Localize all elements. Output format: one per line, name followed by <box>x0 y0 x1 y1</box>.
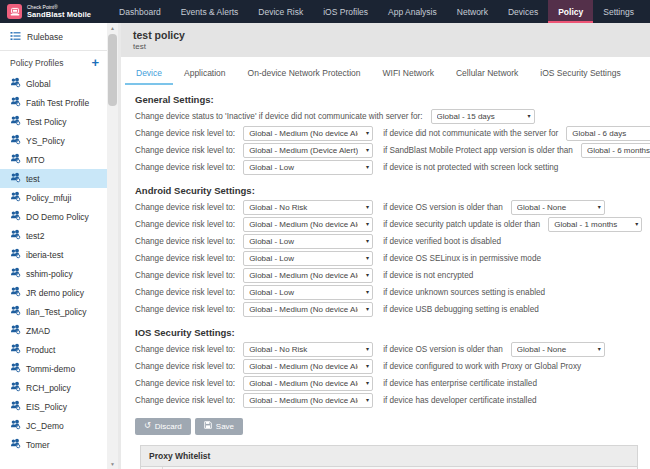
sidebar-profile-label: Global <box>26 79 51 89</box>
sidebar-profile-tommi-demo[interactable]: Tommi-demo <box>0 359 107 378</box>
risk-level-select[interactable]: Global - No Risk ▾ <box>243 342 373 357</box>
condition-duration-select[interactable]: Global - 6 days ▾ <box>566 126 650 141</box>
save-button[interactable]: Save <box>195 418 243 435</box>
risk-level-select[interactable]: Global - Low ▾ <box>243 251 373 266</box>
policy-profiles-header: Policy Profiles + <box>0 51 107 74</box>
sidebar-profile-label: RCH_policy <box>26 383 71 393</box>
nav-item-ios-profiles[interactable]: iOS Profiles <box>313 0 378 23</box>
policy-setting-row: Change device risk level to: Global - No… <box>135 341 642 358</box>
setting-label: Change device risk level to: <box>135 220 235 229</box>
sidebar-profile-test2[interactable]: test2 <box>0 226 107 245</box>
proxy-whitelist-title: Proxy Whitelist <box>141 446 637 467</box>
nav-item-app-analysis[interactable]: App Analysis <box>378 0 447 23</box>
sidebar-profile-test[interactable]: test <box>0 169 107 188</box>
risk-level-select[interactable]: Global - Medium (No device Alert) ▾ <box>243 302 373 317</box>
risk-level-select[interactable]: Global - Low ▾ <box>243 160 373 175</box>
risk-level-select[interactable]: Global - Medium (No device Alert) ▾ <box>243 376 373 391</box>
sidebar-profile-ilan-test-policy[interactable]: Ilan_Test_policy <box>0 302 107 321</box>
condition-duration-select[interactable]: Global - 1 months ▾ <box>548 217 642 232</box>
risk-level-select[interactable]: Global - Medium (No device Alert) ▾ <box>243 268 373 283</box>
policy-setting-row: Change device risk level to: Global - Me… <box>135 375 642 392</box>
sidebar-profile-zmad[interactable]: ZMAD <box>0 321 107 340</box>
risk-level-select[interactable]: Global - Medium (Device Alert) ▾ <box>243 143 373 158</box>
sidebar-item-rulebase[interactable]: Rulebase <box>0 23 107 51</box>
policy-setting-row: Change device risk level to: Global - Lo… <box>135 159 642 176</box>
sidebar-profile-sshim-policy[interactable]: sshim-policy <box>0 264 107 283</box>
page-title: test policy <box>133 29 638 41</box>
tab-cellular-network[interactable]: Cellular Network <box>445 66 529 85</box>
sidebar-profile-jc-demo[interactable]: JC_Demo <box>0 416 107 435</box>
condition-duration-select[interactable]: Global - None ▾ <box>511 342 605 357</box>
sidebar-profile-policy-mfuji[interactable]: Policy_mfuji <box>0 188 107 207</box>
sidebar-scrollbar[interactable]: ▲ ▼ <box>107 23 118 469</box>
risk-level-select[interactable]: Global - Medium (No device Alert) ▾ <box>243 359 373 374</box>
sidebar-profile-tomer[interactable]: Tomer <box>0 435 107 454</box>
sidebar-profile-label: ZMAD <box>26 326 50 336</box>
nav-item-network[interactable]: Network <box>447 0 498 23</box>
tab-ios-security-settings[interactable]: iOS Security Settings <box>529 66 631 85</box>
sidebar-profile-fatih-test-profile[interactable]: Fatih Test Profile <box>0 93 107 112</box>
tab-device[interactable]: Device <box>125 66 173 85</box>
condition-duration-select[interactable]: Global - 6 months ▾ <box>581 143 650 158</box>
policy-setting-row: Change device risk level to: Global - Me… <box>135 358 642 375</box>
risk-level-select[interactable]: Global - Low ▾ <box>243 234 373 249</box>
policy-setting-row: Change device risk level to: Global - Me… <box>135 301 642 318</box>
sidebar-profile-label: Fatih Test Profile <box>26 98 89 108</box>
setting-label: Change device status to 'Inactive' if de… <box>135 112 423 121</box>
tab-application[interactable]: Application <box>173 66 237 85</box>
sidebar-profile-test-policy[interactable]: Test Policy <box>0 112 107 131</box>
nav-item-policy[interactable]: Policy <box>548 0 593 23</box>
policy-sidebar: Rulebase Policy Profiles + Global <box>0 23 118 469</box>
policy-profile-list: Global Fatih Test Profile Test <box>0 74 107 454</box>
setting-label: Change device risk level to: <box>135 288 235 297</box>
policy-profile-icon <box>10 362 21 375</box>
tab-on-device-network-protection[interactable]: On-device Network Protection <box>237 66 372 85</box>
nav-item-label: Devices <box>508 7 538 17</box>
sidebar-profile-do-demo-policy[interactable]: DO Demo Policy <box>0 207 107 226</box>
condition-duration-select[interactable]: Global - None ▾ <box>511 200 605 215</box>
sidebar-profile-global[interactable]: Global <box>0 74 107 93</box>
risk-level-select[interactable]: Global - Medium (No device Alert) ▾ <box>243 126 373 141</box>
page-subtitle: test <box>133 42 638 52</box>
policy-profile-icon <box>10 248 21 261</box>
risk-level-select[interactable]: Global - 15 days ▾ <box>431 109 535 124</box>
nav-item-events-alerts[interactable]: Events & Alerts <box>171 0 249 23</box>
scroll-up-arrow-icon[interactable]: ▲ <box>107 23 118 33</box>
setting-condition: if device verified boot is disabled <box>383 237 501 246</box>
add-policy-profile-button[interactable]: + <box>91 58 99 68</box>
risk-level-select[interactable]: Global - Low ▾ <box>243 285 373 300</box>
nav-item-settings[interactable]: Settings <box>593 0 644 23</box>
risk-level-select[interactable]: Global - No Risk ▾ <box>243 200 373 215</box>
nav-item-label: Network <box>457 7 488 17</box>
sidebar-profile-product[interactable]: Product <box>0 340 107 359</box>
sidebar-profile-rch-policy[interactable]: RCH_policy <box>0 378 107 397</box>
nav-item-devices[interactable]: Devices <box>498 0 548 23</box>
discard-button[interactable]: ↺ Discard <box>135 418 191 435</box>
device-settings-content: General Settings: Change device status t… <box>121 85 650 469</box>
setting-label: Change device risk level to: <box>135 345 235 354</box>
policy-profile-icon <box>10 267 21 280</box>
settings-section: IOS Security Settings: Change device ris… <box>135 327 642 409</box>
risk-level-select[interactable]: Global - Medium (No device Alert) ▾ <box>243 217 373 232</box>
nav-item-label: Dashboard <box>119 7 161 17</box>
nav-item-device-risk[interactable]: Device Risk <box>248 0 313 23</box>
sidebar-profile-jr-demo-policy[interactable]: JR demo policy <box>0 283 107 302</box>
policy-tabs: Device Application On-device Network Pro… <box>121 57 650 85</box>
brand-name-top: Check Point® <box>27 5 91 10</box>
scroll-down-arrow-icon[interactable]: ▼ <box>107 459 118 469</box>
setting-condition: if device is not encrypted <box>383 271 473 280</box>
policy-setting-row: Change device risk level to: Global - Me… <box>135 267 642 284</box>
tab-wifi-network[interactable]: WIFI Network <box>372 66 445 85</box>
nav-item-dashboard[interactable]: Dashboard <box>109 0 171 23</box>
nav-item-label: iOS Profiles <box>323 7 368 17</box>
risk-level-select[interactable]: Global - Medium (No device Alert) ▾ <box>243 393 373 408</box>
sidebar-profile-iberia-test[interactable]: iberia-test <box>0 245 107 264</box>
sidebar-profile-ys-policy[interactable]: YS_Policy <box>0 131 107 150</box>
setting-condition: if device OS version is older than <box>383 203 503 212</box>
scrollbar-thumb[interactable] <box>108 34 117 106</box>
policy-setting-row: Change device risk level to: Global - Me… <box>135 392 642 409</box>
policy-setting-row: Change device risk level to: Global - Me… <box>135 216 642 233</box>
sidebar-profile-eis-policy[interactable]: EIS_Policy <box>0 397 107 416</box>
tab-label: Application <box>184 68 226 78</box>
sidebar-profile-mto[interactable]: MTO <box>0 150 107 169</box>
